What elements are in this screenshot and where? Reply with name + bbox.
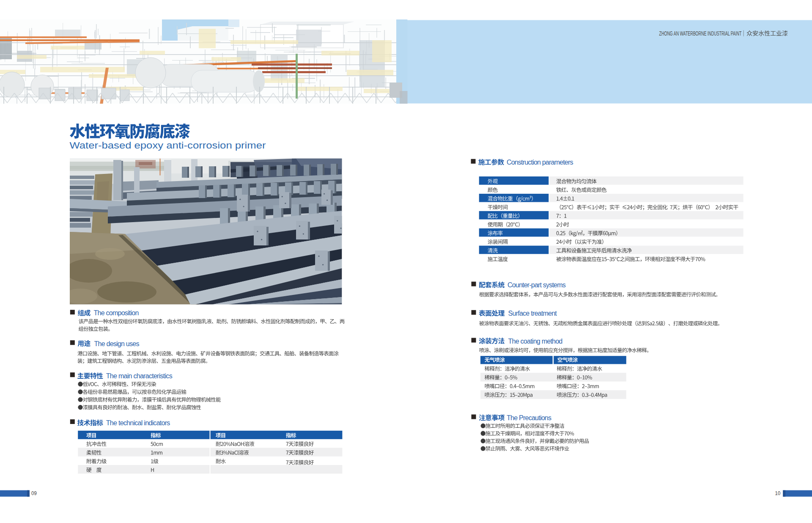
svg-text:The technical indicators: The technical indicators bbox=[106, 419, 170, 427]
svg-text:The main characteristics: The main characteristics bbox=[106, 372, 173, 380]
svg-text:Water-based epoxy anti-corrosi: Water-based epoxy anti-corrosion primer bbox=[70, 140, 266, 151]
svg-text:The Precautions: The Precautions bbox=[507, 414, 551, 421]
svg-text:Surface treatment: Surface treatment bbox=[508, 310, 557, 317]
svg-text:10: 10 bbox=[775, 490, 781, 497]
svg-text:Construction parameters: Construction parameters bbox=[507, 159, 573, 166]
svg-text:The composition: The composition bbox=[94, 309, 139, 317]
svg-text:09: 09 bbox=[31, 490, 37, 497]
svg-text:ZHONG AN WATERBORNE INDUSTRIAL: ZHONG AN WATERBORNE INDUSTRIAL PAINT bbox=[659, 30, 742, 37]
svg-text:The coating method: The coating method bbox=[508, 338, 562, 345]
svg-text:Counter-part systems: Counter-part systems bbox=[508, 281, 566, 289]
svg-text:The design uses: The design uses bbox=[94, 340, 140, 347]
